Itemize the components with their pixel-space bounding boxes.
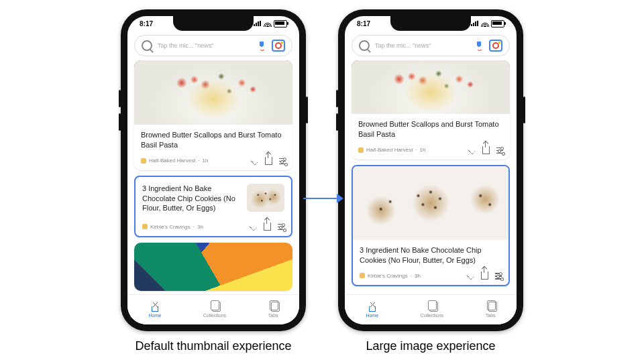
- feed-card-tiles[interactable]: [134, 243, 292, 291]
- feed: Browned Butter Scallops and Burst Tomato…: [345, 60, 517, 294]
- search-placeholder: Tap the mic... "news": [375, 42, 469, 49]
- mic-icon[interactable]: [474, 40, 484, 51]
- tabs-icon: [271, 302, 280, 312]
- feed-card-cookies-thumbnail[interactable]: 3 Ingredient No Bake Chocolate Chip Cook…: [134, 176, 292, 238]
- phone-frame-left: 8:17 Tap the mic... "news" Browned Butte…: [121, 9, 306, 331]
- tune-icon[interactable]: [495, 272, 502, 279]
- battery-icon: [491, 20, 504, 27]
- phone-screen: 8:17 Tap the mic... "news" Browned Butte…: [345, 16, 517, 324]
- card-source: Kirbie's Cravings · 3h: [360, 273, 421, 279]
- feed-card-pasta[interactable]: Browned Butter Scallops and Burst Tomato…: [352, 60, 510, 160]
- tab-collections[interactable]: Collections: [421, 302, 443, 318]
- arrow-right-icon: [337, 194, 343, 203]
- card-source: Kirbie's Cravings · 3h: [142, 224, 203, 230]
- battery-icon: [274, 20, 287, 27]
- bottom-tab-bar: Home Collections Tabs: [127, 294, 299, 324]
- caption-left: Default thumbnail experience: [135, 339, 291, 353]
- card-hero-image: [134, 60, 292, 125]
- tab-home[interactable]: Home: [148, 302, 161, 318]
- lens-icon[interactable]: [489, 40, 502, 52]
- wifi-icon: [264, 21, 272, 27]
- tab-tabs[interactable]: Tabs: [268, 302, 278, 318]
- collections-icon: [429, 302, 438, 312]
- tune-icon[interactable]: [496, 147, 503, 154]
- tabs-icon: [488, 302, 497, 312]
- card-title: Browned Butter Scallops and Burst Tomato…: [141, 130, 286, 150]
- search-bar[interactable]: Tap the mic... "news": [134, 35, 292, 56]
- bottom-tab-bar: Home Collections Tabs: [345, 294, 517, 324]
- heart-icon[interactable]: [250, 156, 260, 166]
- notch: [390, 16, 471, 31]
- tune-icon[interactable]: [279, 158, 286, 164]
- caption-right: Large image experience: [366, 339, 495, 353]
- tab-tabs[interactable]: Tabs: [486, 302, 496, 318]
- lens-icon[interactable]: [272, 40, 285, 52]
- left-column: 8:17 Tap the mic... "news" Browned Butte…: [121, 9, 306, 353]
- card-thumbnail-image: [247, 184, 284, 212]
- share-icon[interactable]: [265, 157, 272, 165]
- favicon-icon: [358, 147, 364, 153]
- card-source: Half-Baked Harvest · 1h: [141, 158, 209, 164]
- share-icon[interactable]: [482, 146, 490, 154]
- comparison-stage: 8:17 Tap the mic... "news" Browned Butte…: [0, 0, 644, 353]
- search-icon: [142, 40, 152, 51]
- collections-icon: [212, 302, 221, 312]
- tune-icon[interactable]: [278, 223, 284, 230]
- card-title: Browned Butter Scallops and Burst Tomato…: [358, 119, 503, 139]
- feed: Browned Butter Scallops and Burst Tomato…: [127, 60, 299, 294]
- signal-icon: [471, 21, 479, 26]
- tab-collections[interactable]: Collections: [203, 302, 226, 318]
- card-title: 3 Ingredient No Bake Chocolate Chip Cook…: [142, 184, 241, 214]
- status-time: 8:17: [140, 20, 153, 27]
- tab-home[interactable]: Home: [366, 302, 378, 318]
- favicon-icon: [141, 158, 146, 164]
- card-title: 3 Ingredient No Bake Chocolate Chip Cook…: [360, 245, 502, 265]
- home-icon: [367, 302, 378, 312]
- wifi-icon: [481, 21, 489, 27]
- heart-icon[interactable]: [468, 145, 477, 155]
- right-column: 8:17 Tap the mic... "news" Browned Butte…: [338, 9, 523, 353]
- home-icon: [150, 302, 160, 312]
- status-time: 8:17: [357, 20, 370, 27]
- share-icon[interactable]: [264, 223, 271, 231]
- card-hero-image: [353, 166, 508, 240]
- feed-card-cookies-large[interactable]: 3 Ingredient No Bake Chocolate Chip Cook…: [352, 165, 510, 287]
- share-icon[interactable]: [481, 272, 488, 280]
- heart-icon[interactable]: [249, 222, 258, 231]
- phone-frame-right: 8:17 Tap the mic... "news" Browned Butte…: [338, 9, 523, 331]
- signal-icon: [254, 21, 262, 26]
- feed-card-pasta[interactable]: Browned Butter Scallops and Burst Tomato…: [134, 60, 292, 170]
- search-placeholder: Tap the mic... "news": [158, 42, 252, 49]
- mic-icon[interactable]: [257, 40, 266, 51]
- card-hero-image: [352, 60, 510, 114]
- notch: [173, 16, 254, 31]
- phone-screen: 8:17 Tap the mic... "news" Browned Butte…: [127, 16, 299, 324]
- search-bar[interactable]: Tap the mic... "news": [352, 35, 510, 56]
- favicon-icon: [142, 224, 148, 229]
- heart-icon[interactable]: [466, 271, 476, 280]
- favicon-icon: [360, 273, 365, 278]
- card-source: Half-Baked Harvest · 1h: [358, 147, 426, 153]
- search-icon: [359, 40, 370, 51]
- comparison-arrow: [303, 190, 343, 206]
- card-hero-image: [134, 243, 292, 291]
